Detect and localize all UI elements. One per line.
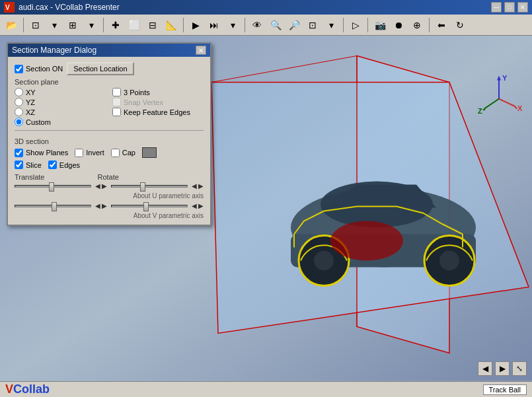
dialog-close-button[interactable]: ✕ bbox=[196, 46, 206, 55]
zoom-in-button[interactable]: 🔍 bbox=[267, 17, 284, 34]
translate-right-arrow-2[interactable]: ▶ bbox=[102, 202, 107, 209]
color-swatch[interactable] bbox=[142, 147, 157, 158]
transform-button[interactable]: ✚ bbox=[107, 17, 124, 34]
zoom-dropdown[interactable]: ▾ bbox=[323, 17, 340, 34]
radio-xz-input[interactable] bbox=[15, 108, 23, 116]
edges-checkbox[interactable] bbox=[48, 161, 57, 169]
section-on-row: Section ON Section Location bbox=[15, 62, 204, 75]
title-bar: V audi.cax - VCollab Presenter — □ ✕ bbox=[0, 0, 532, 15]
radio-xy-input[interactable] bbox=[15, 88, 23, 96]
refresh-button[interactable]: ↻ bbox=[451, 17, 469, 34]
svg-point-16 bbox=[439, 251, 459, 271]
rotate-u-slider[interactable] bbox=[111, 185, 188, 188]
open-button[interactable]: 📂 bbox=[3, 17, 20, 34]
fit-button[interactable]: ⊡ bbox=[27, 17, 44, 34]
rotate-u-arrows: ◀ ▶ bbox=[192, 182, 204, 190]
camera-button[interactable]: 📷 bbox=[371, 17, 389, 34]
section-plane-label: Section plane bbox=[15, 78, 204, 86]
cap-check: Cap bbox=[111, 149, 135, 157]
cap-checkbox[interactable] bbox=[111, 149, 120, 157]
edges-check: Edges bbox=[48, 161, 80, 169]
translate-thumb-1[interactable] bbox=[49, 182, 54, 192]
invert-checkbox[interactable] bbox=[75, 149, 83, 157]
translate-slider-1[interactable] bbox=[15, 185, 91, 188]
3d-section-row2: Slice Edges bbox=[15, 161, 204, 169]
radio-xz: XZ bbox=[15, 108, 106, 116]
check-snap-vertex-label: Snap Vertex bbox=[124, 98, 163, 106]
rotate-v-right-arrow[interactable]: ▶ bbox=[198, 202, 204, 209]
anim-step-button[interactable]: ⏭ bbox=[206, 17, 223, 34]
zoom-fit-button[interactable]: ⊡ bbox=[304, 17, 321, 34]
translate-arrows-2: ◀ ▶ bbox=[95, 202, 107, 209]
nav-prev-button[interactable]: ◀ bbox=[478, 361, 492, 376]
main-area: Y X Z ◀ ▶ ⤡ Section Manager Dialog ✕ bbox=[0, 36, 532, 381]
translate-left-arrow-1[interactable]: ◀ bbox=[95, 182, 100, 190]
section-manager-dialog: Section Manager Dialog ✕ Section ON Sect… bbox=[7, 42, 211, 226]
translate-slider-2[interactable] bbox=[15, 205, 91, 207]
translate-left-arrow-2[interactable]: ◀ bbox=[95, 202, 100, 209]
nav-button[interactable]: ⊕ bbox=[408, 17, 426, 34]
anim-dropdown[interactable]: ▾ bbox=[224, 17, 241, 34]
grid-dropdown[interactable]: ▾ bbox=[83, 17, 100, 34]
maximize-button[interactable]: □ bbox=[504, 2, 515, 13]
record-button[interactable]: ⏺ bbox=[390, 17, 407, 34]
rotate-v-slider[interactable] bbox=[111, 205, 188, 207]
translate-thumb-2[interactable] bbox=[52, 202, 57, 211]
check-snap-vertex-input[interactable] bbox=[112, 98, 121, 106]
rotate-u-thumb[interactable] bbox=[140, 182, 145, 192]
radio-yz-input[interactable] bbox=[15, 98, 23, 106]
prev-view-button[interactable]: ⬅ bbox=[433, 17, 450, 34]
select-button[interactable]: ⬜ bbox=[126, 17, 143, 34]
translate-right-arrow-1[interactable]: ▶ bbox=[102, 182, 107, 190]
rotate-v-arrows: ◀ ▶ bbox=[192, 202, 204, 209]
toolbar-separator-6 bbox=[367, 18, 368, 32]
rotate-v-thumb[interactable] bbox=[143, 202, 149, 211]
check-keep-feature-edges-label: Keep Feature Edges bbox=[124, 108, 190, 116]
show-planes-label: Show Planes bbox=[26, 149, 68, 157]
about-v-label: About V parametric axis bbox=[133, 212, 204, 219]
section-plane-options: XY 3 Points YZ Snap Vertex XZ bbox=[15, 88, 204, 126]
section-location-button[interactable]: Section Location bbox=[67, 62, 133, 75]
rotate-u-left-arrow[interactable]: ◀ bbox=[192, 182, 197, 190]
window-controls: — □ ✕ bbox=[491, 2, 528, 13]
svg-text:Z: Z bbox=[478, 107, 482, 115]
minimize-button[interactable]: — bbox=[491, 2, 502, 13]
radio-xz-label: XZ bbox=[26, 108, 35, 116]
show-planes-check: Show Planes bbox=[15, 149, 68, 157]
check-3points-input[interactable] bbox=[112, 88, 121, 96]
rotate-u-right-arrow[interactable]: ▶ bbox=[198, 182, 204, 190]
slice-check: Slice bbox=[15, 161, 42, 169]
translate-label: Translate bbox=[15, 173, 44, 181]
toolbar-separator-5 bbox=[343, 18, 344, 32]
window-title: audi.cax - VCollab Presenter bbox=[19, 3, 120, 12]
svg-text:Y: Y bbox=[502, 74, 508, 82]
play-button[interactable]: ▷ bbox=[347, 17, 364, 34]
radio-xy-label: XY bbox=[26, 89, 36, 96]
radio-custom-label: Custom bbox=[26, 118, 51, 126]
rotate-v-left-arrow[interactable]: ◀ bbox=[192, 202, 197, 209]
close-button[interactable]: ✕ bbox=[517, 2, 528, 13]
check-keep-feature-edges-input[interactable] bbox=[112, 108, 121, 116]
invert-check: Invert bbox=[75, 149, 104, 157]
view-button[interactable]: 👁 bbox=[248, 17, 266, 34]
cap-label: Cap bbox=[122, 149, 135, 157]
section-on-label: Section ON bbox=[26, 65, 63, 73]
zoom-out-button[interactable]: 🔎 bbox=[285, 17, 303, 34]
section-on-checkbox[interactable] bbox=[15, 65, 23, 73]
toolbar-separator-3 bbox=[183, 18, 184, 32]
fit-dropdown[interactable]: ▾ bbox=[46, 17, 63, 34]
svg-text:X: X bbox=[517, 104, 523, 112]
nav-expand-button[interactable]: ⤡ bbox=[512, 361, 527, 376]
show-planes-checkbox[interactable] bbox=[15, 149, 23, 157]
toolbar-separator-7 bbox=[429, 18, 430, 32]
main-toolbar: 📂 ⊡ ▾ ⊞ ▾ ✚ ⬜ ⊟ 📐 ▶ ⏭ ▾ 👁 🔍 🔎 ⊡ ▾ ▷ 📷 ⏺ … bbox=[0, 15, 532, 36]
grid-button[interactable]: ⊞ bbox=[64, 17, 81, 34]
radio-yz: YZ bbox=[15, 98, 106, 106]
section-button[interactable]: ⊟ bbox=[144, 17, 161, 34]
animation-button[interactable]: ▶ bbox=[187, 17, 204, 34]
radio-custom-input[interactable] bbox=[15, 118, 23, 126]
slice-checkbox[interactable] bbox=[15, 161, 23, 169]
measure-button[interactable]: 📐 bbox=[163, 17, 180, 34]
nav-next-button[interactable]: ▶ bbox=[495, 361, 510, 376]
toolbar-separator-2 bbox=[103, 18, 104, 32]
